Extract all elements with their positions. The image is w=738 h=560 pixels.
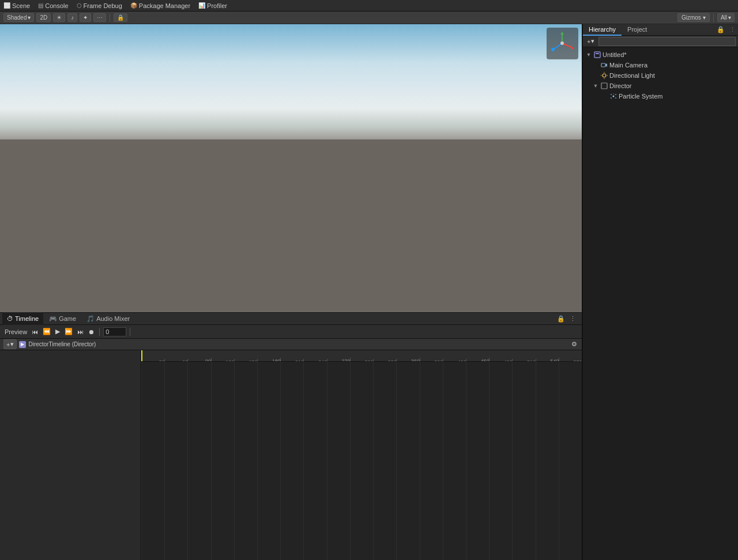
gizmos-label: Gizmos bbox=[681, 14, 701, 21]
frame-debug-label: Frame Debug bbox=[84, 2, 122, 9]
tl-sep bbox=[99, 328, 100, 336]
toolbar-separator bbox=[110, 14, 110, 22]
svg-point-19 bbox=[615, 94, 616, 95]
goto-end-button[interactable]: ⏭ bbox=[76, 328, 85, 335]
scene-orientation-gizmo[interactable] bbox=[547, 28, 578, 59]
hierarchy-lock-button[interactable]: 🔒 bbox=[714, 26, 727, 33]
layers-label: All bbox=[721, 14, 727, 21]
audio-button[interactable]: ♪ bbox=[67, 13, 77, 22]
main-layout: ⏱ Timeline 🎮 Game 🎵 Audio Mixer 🔒 ⋮ bbox=[0, 24, 738, 560]
svg-point-5 bbox=[551, 48, 555, 51]
untitled-expand-arrow[interactable]: ▼ bbox=[585, 51, 592, 58]
ruler-container: 0306090120150180210240270300330360390420… bbox=[141, 350, 582, 361]
tab-lock-button[interactable]: 🔒 bbox=[556, 315, 566, 323]
svg-point-18 bbox=[611, 94, 612, 95]
package-manager-icon: 📦 bbox=[130, 2, 137, 9]
particle-system-icon bbox=[609, 92, 617, 100]
timeline-settings-button[interactable]: ⚙ bbox=[570, 340, 578, 348]
scene-viewport[interactable] bbox=[0, 24, 582, 312]
untitled-scene-icon bbox=[593, 51, 601, 59]
tab-hierarchy[interactable]: Hierarchy bbox=[583, 24, 622, 36]
hier-item-main-camera[interactable]: ▶ Main Camera bbox=[583, 60, 738, 70]
next-frame-button[interactable]: ⏩ bbox=[63, 328, 74, 335]
hier-item-director[interactable]: ▼ Director bbox=[583, 81, 738, 91]
director-label: DirectorTimeline (Director) bbox=[28, 341, 96, 347]
right-panel: Hierarchy Project 🔒 ⋮ + ▾ ▼ bbox=[582, 24, 738, 560]
svg-point-6 bbox=[560, 41, 564, 45]
tl-sep-2 bbox=[130, 328, 130, 336]
fx-icon: ✦ bbox=[83, 14, 88, 21]
goto-start-button[interactable]: ⏮ bbox=[31, 328, 39, 335]
tab-project[interactable]: Project bbox=[622, 24, 653, 36]
main-camera-expand-arrow[interactable]: ▶ bbox=[592, 62, 599, 69]
audio-icon: ♪ bbox=[71, 14, 74, 21]
timeline-content[interactable] bbox=[141, 362, 582, 560]
preview-label: Preview bbox=[3, 328, 28, 335]
menu-package-manager[interactable]: 📦 Package Manager bbox=[130, 2, 190, 9]
tab-timeline[interactable]: ⏱ Timeline bbox=[2, 312, 43, 325]
svg-rect-16 bbox=[601, 83, 607, 89]
add-arrow-icon: ▾ bbox=[10, 340, 14, 348]
audio-mixer-tab-label: Audio Mixer bbox=[96, 315, 130, 322]
menu-scene[interactable]: ⬜ Scene bbox=[3, 2, 30, 9]
hier-add-icon: + bbox=[587, 38, 590, 45]
hierarchy-search-input[interactable] bbox=[598, 37, 736, 46]
bottom-panel: ⏱ Timeline 🎮 Game 🎵 Audio Mixer 🔒 ⋮ bbox=[0, 312, 582, 560]
lighting-button[interactable]: ☀ bbox=[53, 13, 65, 22]
timeline-add-button[interactable]: + ▾ bbox=[3, 339, 17, 349]
lock-button[interactable]: 🔒 bbox=[114, 13, 127, 22]
gizmos-button[interactable]: Gizmos ▾ bbox=[677, 13, 710, 22]
game-tab-label: Game bbox=[59, 315, 76, 322]
particle-expand-arrow[interactable]: ▶ bbox=[601, 93, 608, 100]
hier-item-untitled[interactable]: ▼ Untitled* bbox=[583, 50, 738, 60]
hier-item-particle-system[interactable]: ▶ Particle System bbox=[583, 91, 738, 101]
scene-options-button[interactable]: ⋯ bbox=[93, 13, 106, 22]
director-icon: ▶ bbox=[19, 341, 26, 348]
svg-rect-8 bbox=[596, 53, 599, 54]
fx-button[interactable]: ✦ bbox=[80, 13, 91, 22]
director-label: Director bbox=[609, 82, 632, 89]
2d-button[interactable]: 2D bbox=[36, 13, 51, 22]
hierarchy-add-button[interactable]: + ▾ bbox=[585, 37, 596, 45]
record-button[interactable]: ⏺ bbox=[87, 328, 96, 335]
timeline-playhead[interactable] bbox=[141, 350, 142, 361]
profiler-label: Profiler bbox=[207, 2, 227, 9]
toolbar-sep-2 bbox=[713, 14, 714, 22]
main-camera-icon bbox=[600, 61, 608, 69]
tab-menu-button[interactable]: ⋮ bbox=[568, 315, 577, 323]
project-tab-label: Project bbox=[627, 26, 647, 33]
directional-light-expand-arrow[interactable]: ▶ bbox=[592, 72, 599, 79]
menu-console[interactable]: ▤ Console bbox=[38, 2, 68, 9]
timeline-body: 0306090120150180210240270300330360390420… bbox=[0, 350, 582, 560]
frame-input[interactable] bbox=[103, 327, 126, 336]
hierarchy-menu-button[interactable]: ⋮ bbox=[727, 26, 738, 33]
timeline-tab-label: Timeline bbox=[15, 315, 39, 322]
director-expand-arrow[interactable]: ▼ bbox=[592, 82, 599, 89]
layers-arrow-icon: ▾ bbox=[728, 14, 731, 21]
play-button[interactable]: ▶ bbox=[54, 328, 61, 335]
menu-frame-debug[interactable]: ⬡ Frame Debug bbox=[77, 2, 122, 9]
svg-point-20 bbox=[611, 97, 612, 99]
timeline-ruler-area: 0306090120150180210240270300330360390420… bbox=[141, 350, 582, 560]
tab-controls: 🔒 ⋮ bbox=[556, 315, 577, 323]
timeline-controls: Preview ⏮ ⏪ ▶ ⏩ ⏭ ⏺ bbox=[0, 325, 582, 339]
prev-frame-button[interactable]: ⏪ bbox=[42, 328, 52, 335]
shading-label: Shaded bbox=[7, 14, 27, 21]
lighting-icon: ☀ bbox=[57, 14, 62, 21]
svg-point-22 bbox=[613, 93, 614, 94]
right-tabs: Hierarchy Project 🔒 ⋮ bbox=[583, 24, 738, 36]
main-camera-label: Main Camera bbox=[609, 62, 647, 69]
particle-system-label: Particle System bbox=[619, 93, 662, 100]
top-menu-bar: ⬜ Scene ▤ Console ⬡ Frame Debug 📦 Packag… bbox=[0, 0, 738, 12]
ground-plane bbox=[0, 139, 582, 312]
console-menu-label: Console bbox=[45, 2, 68, 9]
layers-dropdown[interactable]: All ▾ bbox=[717, 13, 735, 22]
menu-profiler[interactable]: 📊 Profiler bbox=[198, 2, 227, 9]
hier-item-directional-light[interactable]: ▶ Directional Light bbox=[583, 70, 738, 81]
shading-dropdown[interactable]: Shaded ▾ bbox=[3, 13, 34, 22]
tab-game[interactable]: 🎮 Game bbox=[44, 312, 81, 325]
bottom-tabs: ⏱ Timeline 🎮 Game 🎵 Audio Mixer 🔒 ⋮ bbox=[0, 312, 582, 325]
frame-debug-icon: ⬡ bbox=[77, 2, 82, 9]
sky-gradient bbox=[0, 24, 582, 154]
tab-audio-mixer[interactable]: 🎵 Audio Mixer bbox=[82, 312, 134, 325]
